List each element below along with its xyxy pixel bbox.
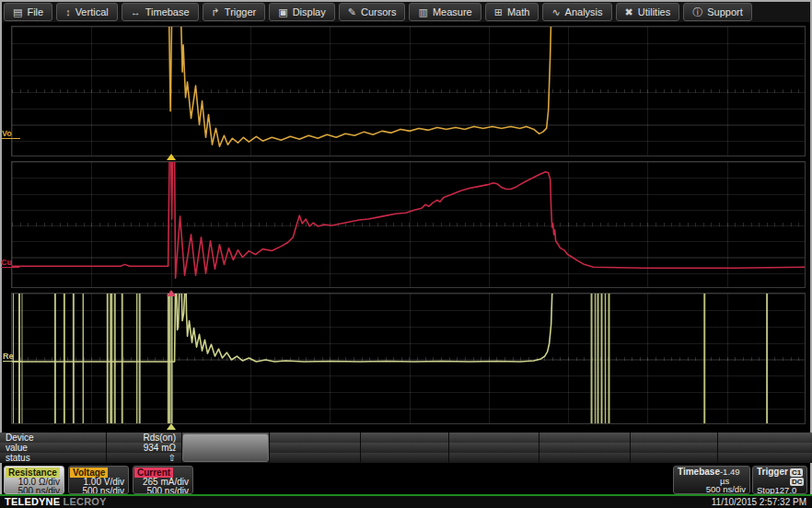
current-timebase: 500 ns/div (133, 487, 192, 494)
waveform-trace (12, 162, 805, 278)
menu-vertical[interactable]: ↕Vertical (56, 3, 118, 21)
horizontal-arrows-icon: ↔ (131, 6, 141, 17)
utilities-icon: ✖ (625, 6, 633, 18)
timebase-title: Timebase (678, 468, 720, 485)
trigger-title: Trigger (757, 468, 788, 486)
menu-bar: ▤File ↕Vertical ↔Timebase ↱Trigger ▣Disp… (2, 2, 810, 22)
menu-measure[interactable]: ▥Measure (409, 3, 481, 21)
menu-cursors[interactable]: ✎Cursors (339, 3, 406, 21)
menu-utilities[interactable]: ✖Utilities (616, 3, 680, 21)
menu-analysis-label: Analysis (565, 6, 603, 17)
voltage-grid (11, 26, 806, 156)
table-row: value 934 mΩ (0, 443, 812, 453)
measurement-table: Device Rds(on) value 934 mΩ status ⇧ (0, 433, 812, 463)
trigger-box[interactable]: Trigger C1DC Stop127.0 V EdgeNegative (752, 466, 807, 494)
table-row: Device Rds(on) (0, 433, 812, 443)
menu-trigger[interactable]: ↱Trigger (203, 3, 266, 21)
trigger-time-marker-yellow[interactable] (167, 154, 176, 160)
measure-status-arrow-icon: ⇧ (106, 453, 176, 463)
timebase-box[interactable]: Timebase-1.49 µs 500 ns/div 12.5 kS2.5 G… (673, 466, 750, 494)
measure-cell-button[interactable] (182, 433, 269, 462)
table-divider (360, 433, 361, 463)
voltage-trace-label[interactable]: Vo (2, 129, 20, 139)
menu-measure-label: Measure (433, 6, 472, 17)
menu-analysis[interactable]: ∿Analysis (542, 3, 611, 21)
menu-vertical-label: Vertical (75, 6, 109, 17)
menu-support[interactable]: ⓘSupport (683, 3, 752, 21)
menu-trigger-label: Trigger (225, 6, 256, 17)
calculator-icon: ⊞ (494, 6, 503, 18)
waveform-svg-1 (12, 162, 805, 287)
oscilloscope-screen: ▤File ↕Vertical ↔Timebase ↱Trigger ▣Disp… (0, 0, 812, 508)
trigger-time-marker-olive[interactable] (167, 423, 176, 430)
waveform-trace (169, 27, 551, 146)
resistance-trace-label[interactable]: Re (3, 352, 21, 362)
timebase-offset: -1.49 µs (720, 468, 746, 485)
current-trace-label[interactable]: Cu (1, 258, 19, 268)
menu-support-label: Support (707, 6, 743, 17)
current-grid (11, 161, 806, 288)
table-divider (630, 433, 631, 463)
status-bar: TELEDYNE LECROY 11/10/2015 2:57:32 PM (0, 496, 812, 508)
waveform-trace (12, 294, 553, 362)
resistance-grid (11, 293, 806, 424)
table-row: status ⇧ (0, 453, 812, 463)
vertical-arrows-icon: ↕ (65, 6, 71, 17)
menu-display[interactable]: ▣Display (269, 3, 334, 21)
info-icon: ⓘ (692, 6, 702, 19)
menu-timebase-label: Timebase (145, 6, 190, 17)
menu-math[interactable]: ⊞Math (485, 3, 539, 21)
menu-timebase[interactable]: ↔Timebase (122, 3, 199, 21)
trigger-level-marker-red[interactable] (167, 290, 176, 296)
menu-file[interactable]: ▤File (4, 3, 52, 21)
table-divider (539, 433, 539, 463)
table-divider (448, 433, 449, 463)
waveform-svg-2 (12, 294, 805, 423)
measure-value-value: 934 mΩ (106, 443, 176, 453)
descriptor-voltage[interactable]: Voltage 1.00 V/div 500 ns/div (68, 466, 129, 494)
clock-datetime: 11/10/2015 2:57:32 PM (712, 496, 806, 508)
menu-display-label: Display (293, 6, 326, 17)
descriptor-resistance[interactable]: Resistance 10.0 Ω/div 500 ns/div (4, 466, 64, 494)
menu-cursors-label: Cursors (361, 6, 397, 17)
measure-device-value: Rds(on) (106, 433, 176, 443)
descriptor-current[interactable]: Current 265 mA/div 500 ns/div (133, 466, 193, 494)
menu-math-label: Math (507, 6, 529, 17)
trigger-edge-icon: ↱ (212, 6, 220, 18)
table-divider (181, 433, 182, 463)
table-divider (717, 433, 718, 463)
voltage-timebase: 500 ns/div (69, 487, 128, 494)
resistance-timebase: 500 ns/div (5, 487, 64, 494)
analysis-chart-icon: ∿ (551, 6, 560, 18)
measure-row-label: status (6, 453, 30, 463)
brand-logo: TELEDYNE LECROY (5, 496, 107, 508)
menu-utilities-label: Utilities (638, 6, 670, 17)
table-divider (269, 433, 270, 463)
table-divider (106, 433, 107, 463)
brand-primary: TELEDYNE (5, 496, 60, 507)
trigger-source-badge: C1 (790, 468, 803, 477)
cursor-pencil-icon: ✎ (348, 6, 356, 18)
measure-row-label: value (6, 443, 28, 453)
menu-file-label: File (27, 6, 43, 17)
file-icon: ▤ (13, 6, 22, 18)
waveform-svg-0 (12, 27, 805, 156)
measure-row-label: Device (6, 433, 34, 443)
display-icon: ▣ (278, 6, 287, 18)
brand-secondary: LECROY (64, 496, 107, 507)
measure-icon: ▥ (418, 6, 427, 18)
